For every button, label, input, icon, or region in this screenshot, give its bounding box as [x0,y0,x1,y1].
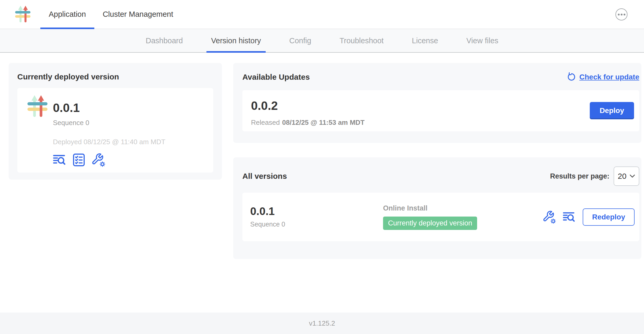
all-versions-title: All versions [242,172,287,181]
config-icon [542,210,556,224]
ellipsis-menu-icon [618,14,625,15]
subnav-tab-license-label: License [412,36,438,45]
app-logo-arrows-icon [26,95,49,118]
update-released-line: Released08/12/25 @ 11:53 am MDT [251,118,631,127]
logs-icon [53,154,67,166]
config-button[interactable] [542,210,556,224]
all-versions-card: All versions Results per page: 20 0.0.1 … [233,157,641,259]
results-per-page: Results per page: 20 [550,166,639,186]
preflight-checks-icon [73,153,85,166]
tab-cluster-management[interactable]: Cluster Management [94,0,182,29]
subnav-tab-license[interactable]: License [401,29,449,52]
available-updates-card: Available Updates Check for update 0.0.2… [233,63,641,143]
admin-console-page: Application Cluster Management Dashboard… [0,0,644,334]
deployed-version-panel: 0.0.1 Sequence 0 Deployed 08/12/25 @ 11:… [17,88,213,173]
logs-button[interactable] [53,154,67,166]
app-subnav: Dashboard Version history Config Trouble… [0,29,644,53]
install-type-label: Online Install [383,204,477,212]
tab-cluster-management-label: Cluster Management [103,10,173,19]
update-version-number: 0.0.2 [251,100,631,112]
config-icon [91,153,105,167]
released-prefix: Released [251,118,280,126]
subnav-tab-dashboard[interactable]: Dashboard [135,29,193,52]
subnav-tab-troubleshoot[interactable]: Troubleshoot [329,29,394,52]
logs-icon [563,211,576,223]
deployed-actions [53,153,165,167]
currently-deployed-title: Currently deployed version [17,72,213,81]
subnav-tab-dashboard-label: Dashboard [146,36,183,45]
redeploy-button[interactable]: Redeploy [583,208,635,226]
row-version-number: 0.0.1 [250,206,383,217]
app-logo-arrows-icon [15,5,31,23]
subnav-tab-config[interactable]: Config [279,29,322,52]
preflight-checks-button[interactable] [73,153,85,166]
overflow-menu-button[interactable] [615,8,627,20]
results-per-page-select[interactable]: 20 [614,166,639,186]
subnav-tab-version-history[interactable]: Version history [201,29,271,52]
main-content: Currently deployed version 0.0.1 Sequenc… [0,53,644,313]
app-footer: v1.125.2 [0,313,644,334]
deployed-timestamp: Deployed 08/12/25 @ 11:40 am MDT [53,138,165,146]
tab-application-label: Application [49,10,86,19]
row-sequence: Sequence 0 [250,220,383,228]
subnav-tab-version-history-label: Version history [211,36,261,45]
results-per-page-label: Results per page: [550,172,609,180]
check-for-update-label: Check for update [579,73,639,81]
currently-deployed-badge: Currently deployed version [383,217,477,230]
refresh-icon [566,72,576,82]
deploy-button[interactable]: Deploy [590,102,634,119]
deployed-version-number: 0.0.1 [53,101,165,114]
subnav-tab-troubleshoot-label: Troubleshoot [340,36,384,45]
version-row: 0.0.1 Sequence 0 Online Install Currentl… [242,193,639,241]
subnav-tab-config-label: Config [289,36,311,45]
tab-application[interactable]: Application [40,0,94,29]
logs-button[interactable] [563,211,576,223]
subnav-tab-view-files[interactable]: View files [456,29,509,52]
currently-deployed-card: Currently deployed version 0.0.1 Sequenc… [9,63,222,180]
console-version: v1.125.2 [309,319,335,327]
top-nav: Application Cluster Management [40,0,182,29]
update-row: 0.0.2 Released08/12/25 @ 11:53 am MDT De… [242,90,639,131]
deployed-sequence: Sequence 0 [53,119,165,127]
check-for-update-link[interactable]: Check for update [566,72,639,82]
released-timestamp: 08/12/25 @ 11:53 am MDT [282,118,364,126]
subnav-tab-view-files-label: View files [466,36,498,45]
available-updates-title: Available Updates [242,73,310,82]
config-button[interactable] [91,153,105,167]
app-header: Application Cluster Management [0,0,644,29]
results-per-page-value: 20 [618,172,626,181]
chevron-down-icon [630,174,635,178]
